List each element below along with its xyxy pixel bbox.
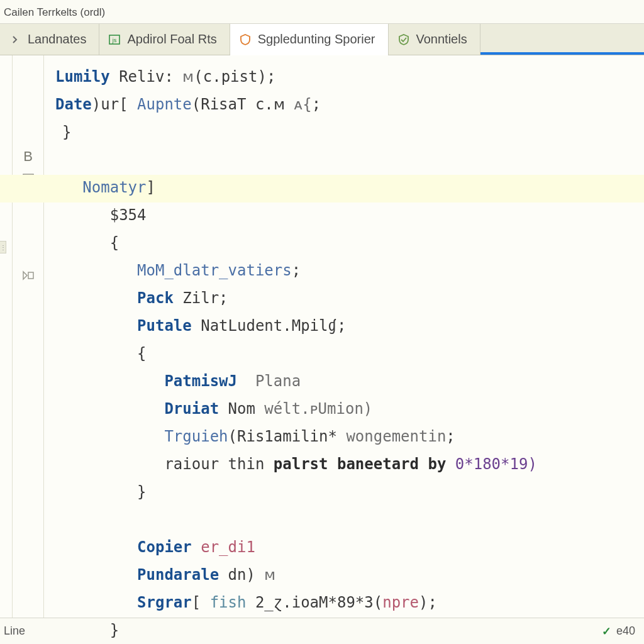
token — [55, 262, 137, 279]
token: ᴀ{ — [294, 96, 311, 113]
svg-marker-4 — [23, 272, 27, 279]
token: Druiat — [164, 400, 219, 418]
token — [55, 400, 164, 418]
token: Putale — [137, 317, 192, 335]
tab-label: Apdirol Foal Rts — [127, 32, 216, 47]
status-line-label[interactable]: Line — [4, 625, 25, 638]
token — [55, 455, 164, 473]
token: Copier — [137, 538, 192, 556]
tab-label: Landnates — [28, 32, 86, 47]
token — [55, 317, 137, 335]
tab-3[interactable]: Vonntiels — [389, 24, 480, 55]
token: Srgrar — [137, 594, 192, 611]
token: Plana — [255, 372, 301, 390]
token: Nomatyr — [82, 179, 146, 196]
code-line[interactable]: Pundarale dn) ᴍ — [55, 561, 644, 589]
token: )ur[ — [92, 96, 137, 113]
tab-underline — [480, 52, 644, 55]
token: [ — [192, 594, 210, 611]
code-line[interactable] — [55, 506, 644, 533]
code-line[interactable]: MoM_dlatr_vatiers; — [55, 257, 644, 284]
tab-1[interactable]: jsApdirol Foal Rts — [99, 24, 230, 55]
token: ᴍ — [264, 566, 275, 584]
tab-label: Sgpledunting Sporier — [258, 32, 375, 47]
token: (c.pist); — [194, 68, 275, 86]
code-line[interactable]: Srgrar[ fish 2_ɀ.ioaM*89*3(npre); — [55, 589, 644, 616]
token: { — [55, 234, 119, 252]
token: 2_ɀ.ioaM*89*3( — [246, 594, 382, 611]
token: ; — [337, 317, 346, 335]
code-line[interactable]: PatmiswJ Plana — [55, 367, 644, 395]
token: Trguieh — [164, 428, 228, 445]
title-bar: Cailen Terrkelts (ordl) — [0, 0, 644, 24]
svg-rect-5 — [28, 272, 33, 279]
token: ᴍ — [182, 68, 194, 86]
code-line[interactable]: raiour thin palrst baneetard by 0*180*19… — [55, 450, 644, 478]
token — [55, 179, 82, 196]
code-line[interactable]: } — [55, 478, 644, 506]
token: } — [55, 483, 147, 501]
tab-0[interactable]: Landnates — [0, 24, 99, 55]
code-line[interactable]: Date)ur[ Aupnte(RisaT c.ᴍ ᴀ{; — [55, 91, 644, 118]
token: (RisaT c.ᴍ — [192, 96, 294, 113]
token: Pundarale — [137, 566, 219, 584]
tab-label: Vonntiels — [416, 32, 467, 47]
chevron-icon — [9, 33, 21, 46]
token — [237, 372, 255, 390]
token: $354 — [110, 206, 147, 224]
token: ; — [292, 262, 301, 279]
code-line[interactable]: Druiat Nom wélt.ᴘUmion) — [55, 395, 644, 423]
token — [55, 566, 137, 584]
gutter-run-icon[interactable] — [22, 270, 35, 280]
token: ; — [312, 96, 321, 113]
token: fish — [210, 594, 247, 611]
code-editor[interactable]: Lumily Reliv: ᴍ(c.pist);Date)ur[ Aupnte(… — [44, 55, 644, 618]
code-line[interactable]: { — [55, 229, 644, 257]
token: Zilr; — [174, 289, 228, 307]
code-line[interactable]: $354 — [55, 201, 644, 229]
token: wélt.ᴘUmion) — [264, 400, 372, 418]
code-line[interactable]: Copier er_di1 — [55, 533, 644, 561]
token: npre — [382, 594, 419, 611]
token: (Ris1amilin* — [228, 428, 347, 445]
token: } — [44, 123, 71, 141]
brackets-icon: js — [108, 33, 121, 46]
editor-area: ⋮ B Lumily Reliv: ᴍ(c.pist);Date)ur[ Aup… — [0, 55, 644, 618]
gutter-fold[interactable] — [0, 55, 13, 618]
token: { — [55, 345, 147, 362]
code-line[interactable]: Pack Zilr; — [55, 284, 644, 312]
code-line[interactable]: Lumily Reliv: ᴍ(c.pist); — [55, 63, 644, 91]
token: ; — [446, 428, 455, 445]
token: Nom — [219, 400, 264, 418]
token: Reliv: — [110, 68, 183, 86]
token — [55, 428, 164, 445]
token: er_di1 — [201, 538, 255, 556]
breakpoint-marker[interactable]: B — [23, 148, 33, 165]
token — [55, 289, 137, 307]
token: MoM_dlatr_vatiers — [137, 262, 292, 279]
gutter-markers[interactable]: B — [13, 55, 44, 618]
token — [446, 455, 455, 473]
token: ); — [419, 594, 437, 611]
code-line[interactable]: Trguieh(Ris1amilin* wongementin; — [55, 423, 644, 450]
token: dn) — [219, 566, 264, 584]
code-line[interactable]: } — [44, 118, 644, 146]
code-line[interactable]: { — [55, 340, 644, 367]
gutter-expand-handle[interactable]: ⋮ — [0, 241, 6, 253]
token: thin — [219, 455, 274, 473]
token: } — [55, 621, 119, 639]
code-line[interactable]: Nomatyr] — [55, 174, 644, 201]
token: Pack — [137, 289, 174, 307]
tab-strip: LandnatesjsApdirol Foal RtsSgpledunting … — [0, 24, 644, 55]
code-line[interactable] — [55, 146, 644, 174]
token — [55, 594, 137, 611]
code-line[interactable]: } — [55, 616, 644, 644]
token: PatmiswJ — [164, 372, 237, 390]
window-title: Cailen Terrkelts (ordl) — [4, 6, 105, 19]
tab-2[interactable]: Sgpledunting Sporier — [230, 24, 389, 55]
token — [192, 538, 201, 556]
token: Lumily — [55, 68, 110, 86]
code-line[interactable]: Putale NatLudent.Mpilɠ; — [55, 312, 644, 340]
svg-text:js: js — [112, 37, 117, 43]
token: palrst baneetard by — [274, 455, 447, 473]
